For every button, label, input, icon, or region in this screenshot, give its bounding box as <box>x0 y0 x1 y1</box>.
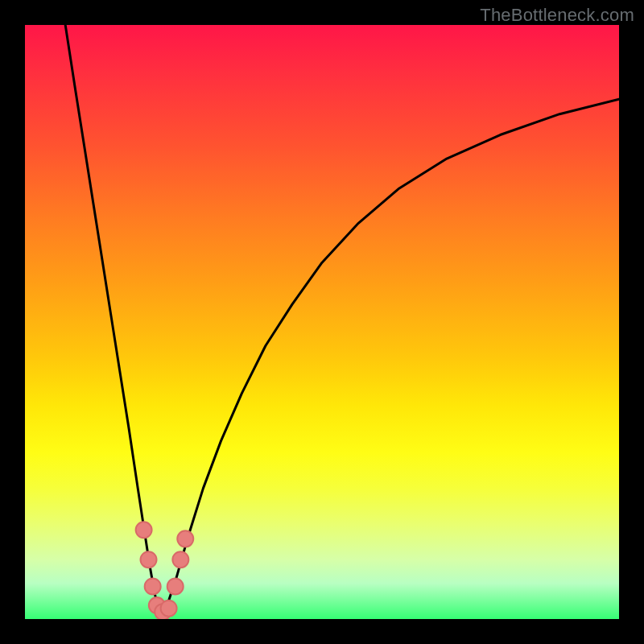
plot-area <box>25 25 619 619</box>
chart-frame: TheBottleneck.com <box>0 0 644 644</box>
watermark-text: TheBottleneck.com <box>480 5 634 26</box>
curve-canvas <box>25 25 619 619</box>
